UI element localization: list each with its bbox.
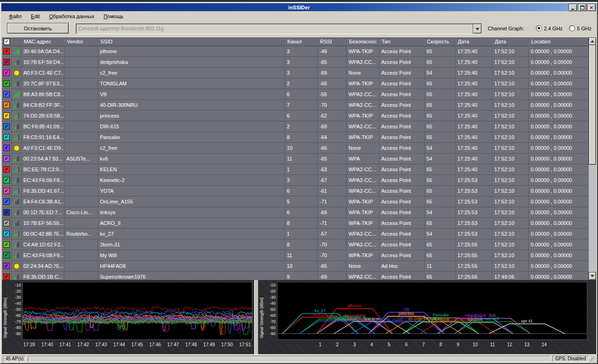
cell-mac: F8:C0:91:16:E4... <box>21 132 64 142</box>
row-checkbox[interactable]: ✓ <box>3 70 10 76</box>
cell-type: Access Point <box>379 207 425 217</box>
table-row[interactable]: ✓74:D0:2B:E8:5B...princess6-62WPA-TKIPAc… <box>2 111 589 121</box>
row-checkbox[interactable]: ✓ <box>3 263 10 269</box>
cell-rssi: -71 <box>318 196 347 207</box>
header-signal[interactable] <box>12 37 21 46</box>
table-row[interactable]: ✓EC:43:F6:08:F9...My Wifi11-70WPA-TKIPAc… <box>2 250 589 261</box>
row-checkbox[interactable]: ✓ <box>3 123 10 130</box>
menu-item-2[interactable]: Обработка данных <box>45 13 99 20</box>
restore-button[interactable] <box>578 4 586 11</box>
cell-channel: 2 <box>285 78 318 89</box>
cell-vendor <box>64 68 98 78</box>
header-security[interactable]: Безопаснос <box>347 37 379 46</box>
row-checkbox[interactable]: ✓ <box>3 48 10 55</box>
menu-item-1[interactable]: Edit <box>27 13 44 20</box>
table-row[interactable]: ✓B8:A3:86:5B:C8...VB6-55WPA2-CC...Access… <box>2 89 589 100</box>
menu-item-0[interactable]: Файл <box>5 13 26 20</box>
cell-last_seen: 17:52:10 <box>492 261 529 271</box>
graph-splitter[interactable] <box>254 280 258 356</box>
header-first_seen[interactable]: Дата <box>456 37 492 46</box>
cell-rssi: -70 <box>318 100 347 110</box>
table-row[interactable]: ✓20:7C:8F:97:E3...TONIGLAM2-66WPA-TKIPAc… <box>2 78 589 89</box>
row-checkbox[interactable]: ✓ <box>3 198 10 205</box>
table-row[interactable]: ✓C4:A8:1D:62:F2...2kom-318-70WPA2-CC...A… <box>2 239 589 250</box>
cell-location: 0.00000 , 0.00000 <box>529 68 589 78</box>
adapter-dropdown[interactable]: Сетевой адаптер Broadcom 802.11g <box>76 23 482 34</box>
cell-signal <box>12 250 21 260</box>
table-row[interactable]: ✓10:7B:EF:56:59...ACRO_II8-71WPA-TKIPAcc… <box>2 218 589 229</box>
header-speed[interactable]: Скорость <box>425 37 456 46</box>
cell-location: 0.00000 , 0.00000 <box>529 261 589 271</box>
cell-speed: 65 <box>425 132 456 142</box>
row-checkbox[interactable]: ✓ <box>3 91 10 98</box>
table-row[interactable]: ✓02:24:34:AD:7E...HP44FAD810-65NoneAd Ho… <box>2 261 589 272</box>
header-channel[interactable]: Канал <box>285 37 318 46</box>
row-checkbox[interactable]: ✓ <box>3 231 10 237</box>
table-row[interactable]: ✓A0:F3:C1:4E:C7...c2_free3-69NoneAccess … <box>2 68 589 78</box>
table-row[interactable]: ✓EC:43:F6:06:F8...Keenetic-23-67WPA2-CC.… <box>2 175 589 186</box>
row-checkbox[interactable]: ✓ <box>3 209 10 216</box>
table-row[interactable]: ✓00:0C:42:8B:7E...Routerbo...kv_271-57WP… <box>2 229 589 239</box>
table-row[interactable]: ✓A0:F3:C1:4E:D9...c2_free10-66NoneAccess… <box>2 143 589 154</box>
table-row[interactable]: ✓E4:F4:C6:3B:A1...OnLime_A1555-71WPA-TKI… <box>2 196 589 207</box>
signal-bars-icon <box>14 199 19 204</box>
row-checkbox[interactable]: ✓ <box>3 102 10 108</box>
row-checkbox[interactable]: ✓ <box>3 220 10 226</box>
header-vendor[interactable]: Vendor <box>64 37 98 46</box>
table-row[interactable]: ✓F8:35:DD:41:67...YOTA6-61WPA2-CC...Acce… <box>2 186 589 196</box>
row-checkbox[interactable]: ✓ <box>3 59 10 65</box>
vertical-scrollbar[interactable] <box>589 37 596 280</box>
cell-security: WPA-TKIP <box>347 78 379 89</box>
table-row[interactable]: ✓00:1D:7E:ED:7...Cisco-Lin...linksys6-69… <box>2 207 589 218</box>
header-mac[interactable]: MAC-адрес <box>21 37 64 46</box>
header-select-all[interactable]: ✓ <box>2 37 12 46</box>
radio-24ghz[interactable]: 2.4 GHz <box>536 25 562 31</box>
row-checkbox[interactable]: ✓ <box>3 252 10 259</box>
title-bar[interactable]: inSSIDer × <box>1 3 597 11</box>
cell-ssid: Keenetic-2 <box>98 175 285 185</box>
cell-first_seen: 17:25:53 <box>456 207 492 217</box>
table-row[interactable]: ✓BC:F6:85:41:09...DIR-6152-69WPA2-CC...A… <box>2 121 589 132</box>
table-row[interactable]: ✓BC:EE:7B:C3:9...KELEN1-63WPA2-CC...Acce… <box>2 164 589 175</box>
header-rssi[interactable]: RSSI <box>318 37 347 46</box>
scroll-down-button[interactable] <box>589 272 596 280</box>
cell-mac: F8:35:DD:1B:C... <box>21 272 64 280</box>
table-row[interactable]: ✓00:23:54:A7:83...ASUSTe...kv611-65WPAAc… <box>2 154 589 164</box>
cell-speed: 65 <box>425 272 456 280</box>
header-location[interactable]: Location <box>529 37 589 46</box>
dropdown-arrow-button[interactable] <box>473 24 482 34</box>
table-row[interactable]: ✓84:C9:B2:FF:3F...40-DIR-300NRU7-70WPA2-… <box>2 100 589 111</box>
row-checkbox[interactable]: ✓ <box>3 273 10 280</box>
table-row[interactable]: ✓F8:C0:91:16:E4...Pancake8-64WPA-TKIPAcc… <box>2 132 589 143</box>
table-row[interactable]: ✓10:7B:EF:59:D4...dedgrishaka3-65WPA2-CC… <box>2 57 589 68</box>
menu-item-3[interactable]: Помощь <box>100 13 128 20</box>
cell-rssi: -71 <box>318 218 347 228</box>
resize-grip[interactable] <box>590 357 596 363</box>
cell-speed: 54 <box>425 229 456 239</box>
stop-button[interactable]: Остановить <box>7 23 69 34</box>
cell-first_seen: 17:25:40 <box>456 111 492 121</box>
header-ssid[interactable]: SSID <box>98 37 285 46</box>
row-checkbox[interactable]: ✓ <box>3 112 10 119</box>
cell-last_seen: 17:52:10 <box>492 100 529 110</box>
header-last_seen[interactable]: Дата <box>492 37 529 46</box>
row-checkbox[interactable]: ✓ <box>3 241 10 248</box>
table-row[interactable]: ✓30:46:9A:0A:D4...jdhome3-49WPA-TKIPAcce… <box>2 46 589 57</box>
cell-channel: 10 <box>285 143 318 153</box>
row-checkbox[interactable]: ✓ <box>3 134 10 140</box>
row-checkbox[interactable]: ✓ <box>3 166 10 173</box>
table-row[interactable]: ✓F8:35:DD:1B:C...Superunknown19769-69WPA… <box>2 272 589 280</box>
window-title: inSSIDer <box>288 5 310 10</box>
row-checkbox[interactable]: ✓ <box>3 80 10 87</box>
radio-5ghz[interactable]: 5 GHz <box>569 25 591 31</box>
minimize-button[interactable] <box>569 4 577 11</box>
row-checkbox[interactable]: ✓ <box>3 188 10 194</box>
header-type[interactable]: Тип <box>379 37 425 46</box>
select-all-checkbox[interactable]: ✓ <box>4 39 10 45</box>
close-button[interactable]: × <box>587 4 596 11</box>
scrollbar-thumb[interactable] <box>589 45 596 165</box>
scroll-up-button[interactable] <box>589 37 596 45</box>
row-checkbox[interactable]: ✓ <box>3 145 10 151</box>
row-checkbox[interactable]: ✓ <box>3 155 10 162</box>
row-checkbox[interactable]: ✓ <box>3 177 10 183</box>
